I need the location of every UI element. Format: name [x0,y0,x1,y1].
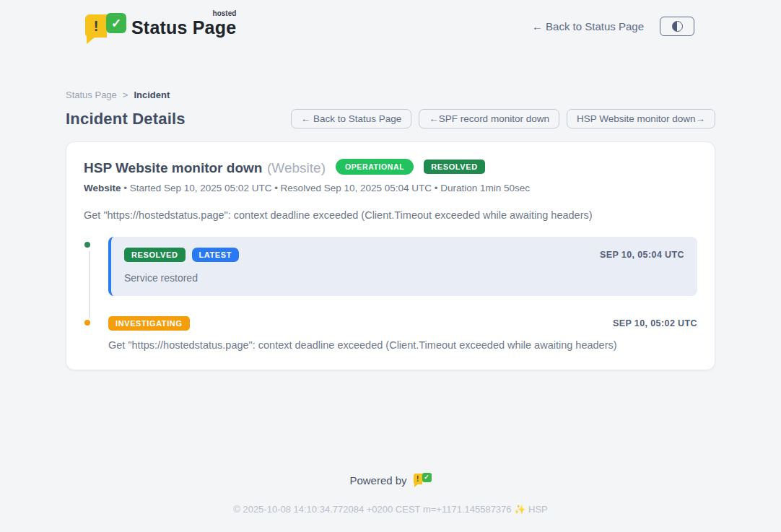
theme-toggle-button[interactable] [660,17,694,36]
incident-scope: (Website) [267,160,326,175]
resolved-badge: RESOLVED [124,248,186,262]
brand-name: Status Page [131,17,236,38]
breadcrumb-status-page-link[interactable]: Status Page [66,90,117,100]
breadcrumb: Status Page > Incident [66,90,715,100]
footer: Powered by ! ✓ © 2025-10-08 14:10:34.772… [0,473,781,532]
timeline-update-header: INVESTIGATING SEP 10, 05:02 UTC [108,316,697,331]
powered-by-label: Powered by [349,474,406,487]
powered-by: Powered by ! ✓ [0,473,781,488]
latest-badge: LATEST [192,248,240,262]
contrast-icon [672,21,683,32]
main-content: Status Page > Incident Incident Details … [66,46,715,370]
timeline-timestamp: SEP 10, 05:02 UTC [613,318,697,328]
resolved-state-badge: RESOLVED [424,160,485,174]
incident-title: HSP Website monitor down [84,160,262,175]
incident-nav-buttons: ← Back to Status Page ←SPF record monito… [291,109,715,128]
header-actions: ← Back to Status Page [532,17,694,36]
copyright-text: © 2025-10-08 14:10:34.772084 +0200 CEST … [0,504,781,515]
timeline-update-header: RESOLVED LATEST SEP 10, 05:04 UTC [124,248,684,262]
title-row: Incident Details ← Back to Status Page ←… [66,109,715,128]
prev-incident-button[interactable]: ←SPF record monitor down [419,109,559,128]
timeline-timestamp: SEP 10, 05:04 UTC [600,250,684,260]
page-title: Incident Details [66,110,186,128]
investigating-badge: INVESTIGATING [108,316,190,331]
header: ! ✓ Status Page hosted ← Back to Status … [0,0,781,46]
logo-text: Status Page hosted [131,10,236,38]
timeline-update-message: Service restored [124,272,684,284]
logo-exclamation-bubble: ! [414,474,422,484]
back-to-status-page-link[interactable]: ← Back to Status Page [532,20,644,32]
incident-description: Get "https://hostedstatus.page": context… [84,209,697,221]
timeline-rail [84,237,95,296]
investigating-dot-icon [82,318,92,328]
logo-exclamation-bubble: ! [85,14,107,38]
breadcrumb-current-incident: Incident [134,90,170,100]
timeline-update-message: Get "https://hostedstatus.page": context… [108,339,697,351]
timeline-update-card: INVESTIGATING SEP 10, 05:02 UTC Get "htt… [108,315,697,351]
resolved-dot-icon [82,240,92,250]
timeline-entry-resolved: RESOLVED LATEST SEP 10, 05:04 UTC Servic… [84,237,697,296]
logo-check-bubble: ✓ [422,473,432,482]
next-incident-button[interactable]: HSP Website monitor down→ [567,109,715,128]
brand-hosted-label: hosted [213,9,237,17]
status-page-logo[interactable]: ! ✓ Status Page hosted [85,10,236,42]
logo-check-bubble: ✓ [106,13,126,33]
incident-meta: Website • Started Sep 10, 2025 05:02 UTC… [84,183,697,193]
incident-timeline: RESOLVED LATEST SEP 10, 05:04 UTC Servic… [84,237,697,351]
incident-card: HSP Website monitor down (Website) OPERA… [66,141,715,370]
incident-meta-details: • Started Sep 10, 2025 05:02 UTC • Resol… [123,183,530,193]
back-to-status-page-button[interactable]: ← Back to Status Page [291,109,412,128]
incident-title-row: HSP Website monitor down (Website) OPERA… [84,157,697,177]
operational-status-badge: OPERATIONAL [336,159,414,175]
incident-title-group: HSP Website monitor down (Website) [84,157,326,177]
status-page-logo-icon: ! ✓ [85,10,124,42]
incident-service-name: Website [84,183,121,193]
powered-by-logo-icon[interactable]: ! ✓ [414,473,432,488]
timeline-entry-investigating: INVESTIGATING SEP 10, 05:02 UTC Get "htt… [84,315,697,351]
breadcrumb-separator: > [123,90,128,100]
timeline-update-card: RESOLVED LATEST SEP 10, 05:04 UTC Servic… [108,237,697,296]
timeline-rail [84,315,95,351]
